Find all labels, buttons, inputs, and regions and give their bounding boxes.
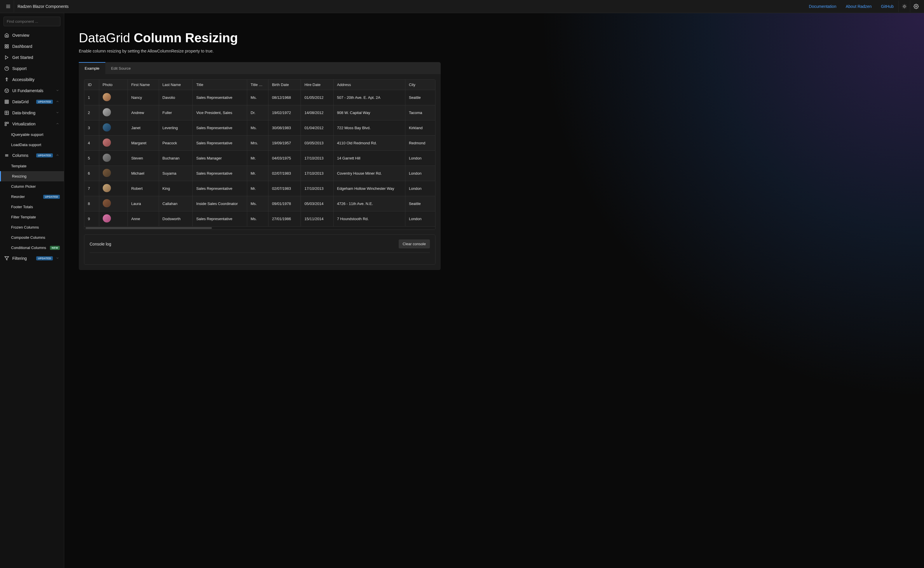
table-row[interactable]: 9AnneDodsworthSales RepresentativeMs.27/… <box>84 211 435 227</box>
cell-id: 7 <box>84 181 99 196</box>
cell-hire-date: 15/11/2014 <box>301 211 333 227</box>
cell-id: 2 <box>84 105 99 121</box>
cell-city: Tacoma <box>405 105 435 121</box>
sidebar-item-label: Resizing <box>12 174 60 178</box>
svg-rect-13 <box>5 45 6 46</box>
sidebar-item-label: Accessibility <box>12 77 60 82</box>
console-body <box>89 253 430 260</box>
table-row[interactable]: 8LauraCallahanInside Sales CoordinatorMs… <box>84 196 435 211</box>
table-row[interactable]: 2AndrewFullerVice President, SalesDr.19/… <box>84 105 435 121</box>
cell-last-name: Leverling <box>159 121 192 136</box>
column-header-city[interactable]: City <box>405 80 435 90</box>
table-row[interactable]: 1NancyDavolioSales RepresentativeMs.08/1… <box>84 90 435 105</box>
sidebar-item-accessibility[interactable]: Accessibility <box>0 74 64 85</box>
column-header-birth-date[interactable]: Birth Date <box>268 80 301 90</box>
cell-hire-date: 01/05/2012 <box>301 90 333 105</box>
clear-console-button[interactable]: Clear console <box>399 239 430 248</box>
tab-example[interactable]: Example <box>79 62 105 74</box>
header-link-documentation[interactable]: Documentation <box>804 4 841 9</box>
sidebar-item-filter-template[interactable]: Filter Template <box>0 212 64 222</box>
column-header-address[interactable]: Address <box>333 80 405 90</box>
table-row[interactable]: 7RobertKingSales RepresentativeMr.02/07/… <box>84 181 435 196</box>
palette-icon <box>4 88 9 93</box>
table-row[interactable]: 4MargaretPeacockSales RepresentativeMrs.… <box>84 136 435 151</box>
svg-rect-16 <box>5 47 6 48</box>
sidebar-item-iqueryable-support[interactable]: IQueryable support <box>0 130 64 140</box>
search-input[interactable] <box>3 17 61 26</box>
column-header-title-[interactable]: Title … <box>247 80 268 90</box>
badge-updated: UPDATED <box>36 153 53 157</box>
settings-button[interactable] <box>910 1 922 12</box>
table-row[interactable]: 6MichaelSuyamaSales RepresentativeMr.02/… <box>84 166 435 181</box>
cell-title-of-courtesy: Dr. <box>247 105 268 121</box>
table-row[interactable]: 3JanetLeverlingSales RepresentativeMs.30… <box>84 121 435 136</box>
cell-address: Edgeham Hollow Winchester Way <box>333 181 405 196</box>
cell-id: 9 <box>84 211 99 227</box>
table-row[interactable]: 5StevenBuchananSales ManagerMr.04/03/197… <box>84 151 435 166</box>
svg-line-7 <box>906 8 906 8</box>
accessibility-icon <box>4 77 9 82</box>
sidebar-item-resizing[interactable]: Resizing <box>0 171 64 181</box>
cell-title-of-courtesy: Ms. <box>247 121 268 136</box>
sidebar-item-columns[interactable]: ColumnsUPDATED <box>0 150 64 161</box>
sidebar-item-reorder[interactable]: ReorderUPDATED <box>0 192 64 202</box>
sidebar-item-support[interactable]: Support <box>0 63 64 74</box>
sidebar-item-label: LoadData support <box>11 143 60 147</box>
svg-point-12 <box>915 6 917 7</box>
sidebar-item-frozen-columns[interactable]: Frozen Columns <box>0 222 64 233</box>
cell-birth-date: 02/07/1983 <box>268 166 301 181</box>
column-header-hire-date[interactable]: Hire Date <box>301 80 333 90</box>
sidebar-item-filtering[interactable]: FilteringUPDATED <box>0 253 64 264</box>
filter-icon <box>4 256 9 261</box>
column-header-photo[interactable]: Photo <box>99 80 127 90</box>
sidebar-item-label: IQueryable support <box>11 132 60 137</box>
example-tabs: Example Edit Source <box>79 62 441 74</box>
cell-id: 3 <box>84 121 99 136</box>
cell-photo <box>99 166 127 181</box>
column-header-first-name[interactable]: First Name <box>127 80 159 90</box>
sidebar-item-overview[interactable]: Overview <box>0 30 64 41</box>
cell-birth-date: 08/12/1968 <box>268 90 301 105</box>
cell-photo <box>99 196 127 211</box>
sidebar-item-datagrid[interactable]: DataGridUPDATED <box>0 96 64 107</box>
cell-address: 7 Houndstooth Rd. <box>333 211 405 227</box>
theme-toggle-button[interactable] <box>898 1 910 12</box>
sidebar-item-conditional-columns[interactable]: Conditional ColumnsNEW <box>0 243 64 253</box>
chevron-down-icon <box>56 89 60 93</box>
horizontal-scrollbar[interactable] <box>84 227 435 230</box>
cell-first-name: Andrew <box>127 105 159 121</box>
datagrid: IDPhotoFirst NameLast NameTitleTitle …Bi… <box>84 79 435 230</box>
header-link-about[interactable]: About Radzen <box>841 4 876 9</box>
sidebar-item-dashboard[interactable]: Dashboard <box>0 41 64 52</box>
sidebar-item-virtualization[interactable]: Virtualization <box>0 118 64 130</box>
sidebar-item-loaddata-support[interactable]: LoadData support <box>0 140 64 150</box>
cell-title: Sales Representative <box>192 211 247 227</box>
sidebar-item-get-started[interactable]: Get Started <box>0 52 64 63</box>
column-header-last-name[interactable]: Last Name <box>159 80 192 90</box>
cell-last-name: Callahan <box>159 196 192 211</box>
sidebar-item-column-picker[interactable]: Column Picker <box>0 181 64 192</box>
header-link-github[interactable]: GitHub <box>876 4 898 9</box>
sidebar-item-data-binding[interactable]: Data-binding <box>0 107 64 118</box>
badge-updated: UPDATED <box>43 195 60 199</box>
sidebar-item-footer-totals[interactable]: Footer Totals <box>0 202 64 212</box>
hamburger-menu-button[interactable] <box>2 1 14 12</box>
cell-title: Sales Representative <box>192 166 247 181</box>
cell-id: 8 <box>84 196 99 211</box>
svg-point-20 <box>6 77 7 79</box>
cell-photo <box>99 181 127 196</box>
column-header-id[interactable]: ID <box>84 80 99 90</box>
cell-photo <box>99 211 127 227</box>
tab-edit-source[interactable]: Edit Source <box>105 62 136 74</box>
cell-address: 507 - 20th Ave. E. Apt. 2A <box>333 90 405 105</box>
sidebar-item-label: DataGrid <box>12 100 33 104</box>
sidebar-item-label: Composite Columns <box>11 235 60 240</box>
sidebar-item-ui-fundamentals[interactable]: UI Fundamentals <box>0 85 64 96</box>
help-icon <box>4 66 9 71</box>
cell-title: Sales Representative <box>192 181 247 196</box>
sidebar-item-template[interactable]: Template <box>0 161 64 171</box>
dashboard-icon <box>4 44 9 49</box>
cell-last-name: Fuller <box>159 105 192 121</box>
sidebar-item-composite-columns[interactable]: Composite Columns <box>0 233 64 243</box>
column-header-title[interactable]: Title <box>192 80 247 90</box>
